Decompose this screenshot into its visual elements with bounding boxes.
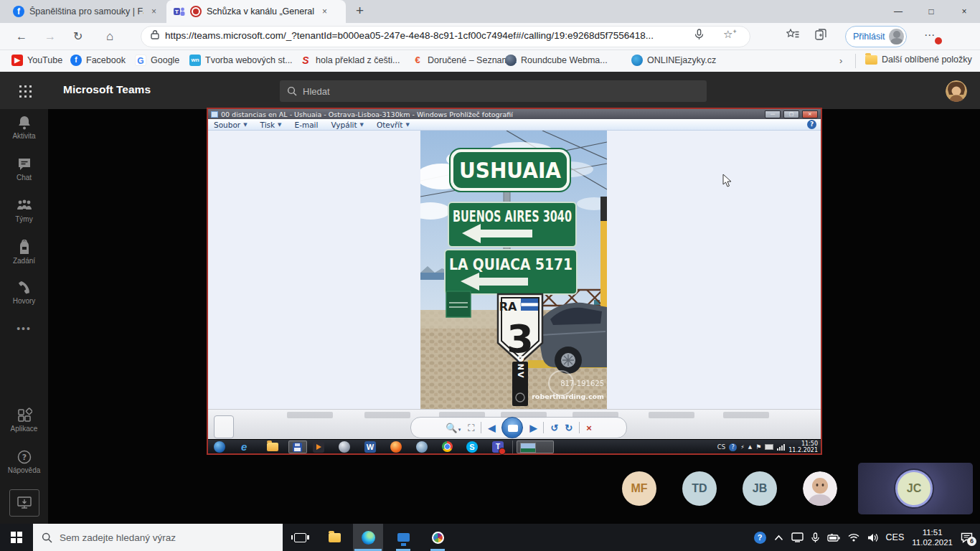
wifi-icon[interactable]: [848, 533, 859, 542]
tab-facebook[interactable]: f Španělština pro samouky | Faceb ×: [6, 0, 164, 23]
menu-email[interactable]: E-mail: [295, 121, 319, 129]
microphone-icon[interactable]: [811, 532, 819, 543]
minimize-button[interactable]: —: [765, 110, 781, 118]
teams-app-icon[interactable]: T: [492, 441, 504, 453]
start-orb-icon[interactable]: [214, 441, 225, 453]
new-tab-button[interactable]: +: [356, 3, 364, 19]
add-favorite-icon[interactable]: ☆+: [723, 28, 737, 41]
taskbar-clock[interactable]: 11:51 11.02.2021: [912, 527, 953, 547]
hidden-icons-chevron[interactable]: [774, 534, 783, 541]
connect-app-button[interactable]: [389, 529, 418, 546]
voice-search-icon[interactable]: [694, 29, 704, 43]
viewer-side-control[interactable]: [214, 415, 234, 438]
cast-screen-icon[interactable]: [791, 532, 804, 542]
forward-icon[interactable]: →: [44, 29, 56, 44]
close-button[interactable]: ×: [802, 110, 818, 118]
previous-icon[interactable]: ◀: [488, 423, 495, 433]
favorites-bar-icon[interactable]: [786, 29, 799, 43]
file-explorer-button[interactable]: [320, 529, 349, 546]
edge-button[interactable]: [353, 524, 383, 551]
tab-teams-meeting[interactable]: T Schůzka v kanálu „General“ ×: [166, 0, 346, 23]
skype-icon[interactable]: S: [466, 441, 478, 453]
start-button[interactable]: [0, 524, 33, 551]
win7-clock[interactable]: 11:50 11.2.2021: [788, 441, 818, 453]
rail-item-teams[interactable]: Týmy: [0, 198, 48, 223]
language-indicator[interactable]: CES: [886, 532, 905, 542]
win7-hidden-icons-chevron[interactable]: ▲: [748, 444, 752, 450]
speaker-icon[interactable]: [867, 533, 878, 542]
participant-avatar-td[interactable]: TD: [682, 471, 717, 506]
window-close-button[interactable]: ×: [950, 0, 979, 23]
slideshow-button[interactable]: [501, 417, 523, 438]
menu-otevrit[interactable]: Otevřít▼: [377, 121, 410, 129]
reload-icon[interactable]: ↻: [73, 29, 83, 44]
bookmark-tvorba[interactable]: wn Tvorba webových st...: [189, 55, 293, 66]
rail-item-chat[interactable]: Chat: [0, 156, 48, 182]
browser-menu-icon[interactable]: ⋯: [924, 29, 936, 42]
home-icon[interactable]: ⌂: [106, 29, 113, 44]
photo-viewer-task-button[interactable]: [517, 441, 554, 453]
rail-item-calls[interactable]: Hovory: [0, 280, 48, 305]
bookmark-roundcube[interactable]: Roundcube Webma...: [505, 55, 608, 66]
menu-tisk[interactable]: Tisk▼: [260, 121, 282, 129]
active-app-highlight[interactable]: [288, 441, 307, 453]
bookmark-youtube[interactable]: ▶ YouTube: [11, 55, 62, 66]
rail-item-apps[interactable]: Aplikace: [0, 408, 48, 433]
participant-avatar-jc[interactable]: JC: [895, 470, 933, 507]
rail-item-help[interactable]: ? Nápověda: [0, 449, 48, 474]
picasa-button[interactable]: [423, 529, 452, 546]
tab-close-icon[interactable]: ×: [322, 6, 327, 17]
tab-close-icon[interactable]: ×: [151, 6, 156, 17]
url-text[interactable]: https://teams.microsoft.com/_?tenantId=b…: [165, 30, 654, 41]
win7-help-icon[interactable]: ?: [729, 443, 737, 451]
bookmark-hola[interactable]: S hola překlad z češti...: [300, 55, 400, 66]
win7-language-indicator[interactable]: CS: [717, 443, 725, 451]
menu-soubor[interactable]: Soubor▼: [214, 121, 248, 129]
bookmark-onlinejazyky[interactable]: ONLINEjazyky.cz: [631, 55, 716, 66]
battery-icon[interactable]: [827, 534, 840, 542]
win7-action-center-flag-icon[interactable]: ⚑: [755, 443, 761, 451]
bookmark-google[interactable]: G Google: [135, 55, 179, 66]
participant-avatar-jb[interactable]: JB: [743, 471, 777, 506]
delete-icon[interactable]: ×: [586, 423, 592, 433]
rail-item-activity[interactable]: Aktivita: [0, 115, 48, 140]
ide-app-icon[interactable]: [416, 441, 428, 453]
rotate-left-icon[interactable]: ↺: [550, 423, 558, 433]
bookmark-dorucene[interactable]: € Doručené – Seznam...: [412, 55, 517, 66]
other-favorites-folder[interactable]: Další oblíbené položky: [865, 55, 972, 65]
win7-power-icon[interactable]: ⚡: [740, 444, 745, 451]
next-icon[interactable]: ▶: [529, 423, 537, 433]
collections-icon[interactable]: [815, 29, 826, 43]
task-view-button[interactable]: [286, 529, 314, 546]
word-icon[interactable]: W: [364, 441, 376, 453]
back-icon[interactable]: ←: [16, 29, 27, 44]
sign-in-button[interactable]: Přihlásit: [845, 26, 907, 47]
win7-battery-icon[interactable]: [765, 444, 773, 450]
firefox-icon[interactable]: [390, 441, 402, 453]
bookmark-facebook[interactable]: f Facebook: [70, 55, 126, 66]
win7-network-icon[interactable]: [777, 444, 785, 451]
rail-item-more-icon[interactable]: •••: [0, 323, 48, 334]
get-help-icon[interactable]: ?: [754, 532, 766, 544]
chrome-icon[interactable]: [442, 441, 453, 452]
window-minimize-button[interactable]: —: [884, 0, 913, 23]
download-desktop-app-button[interactable]: [9, 489, 39, 517]
rail-item-assignments[interactable]: Zadání: [0, 240, 48, 265]
help-icon[interactable]: ?: [807, 120, 816, 129]
photo-viewer-titlebar[interactable]: 00 distancias en AL - Ushuaia - Ostrava-…: [208, 109, 821, 119]
menu-vypalit[interactable]: Vypálit▼: [331, 121, 364, 129]
media-player-icon[interactable]: [313, 441, 324, 453]
window-maximize-button[interactable]: □: [917, 0, 946, 23]
app-launcher-icon[interactable]: [17, 83, 32, 98]
maximize-button[interactable]: ▢: [783, 110, 799, 118]
taskbar-search-input[interactable]: Sem zadejte hledaný výraz: [33, 524, 283, 551]
action-center-button[interactable]: 6: [961, 532, 973, 543]
fit-to-window-icon[interactable]: ⛶: [468, 423, 474, 433]
rotate-right-icon[interactable]: ↻: [565, 423, 573, 433]
participant-avatar-photo[interactable]: [803, 471, 837, 506]
internet-explorer-icon[interactable]: e: [241, 441, 253, 453]
teams-profile-avatar[interactable]: [946, 80, 967, 102]
bookmarks-overflow-chevron-icon[interactable]: ›: [839, 55, 842, 66]
zoom-icon[interactable]: 🔍▼: [446, 423, 461, 433]
participant-avatar-mf[interactable]: MF: [622, 471, 656, 506]
